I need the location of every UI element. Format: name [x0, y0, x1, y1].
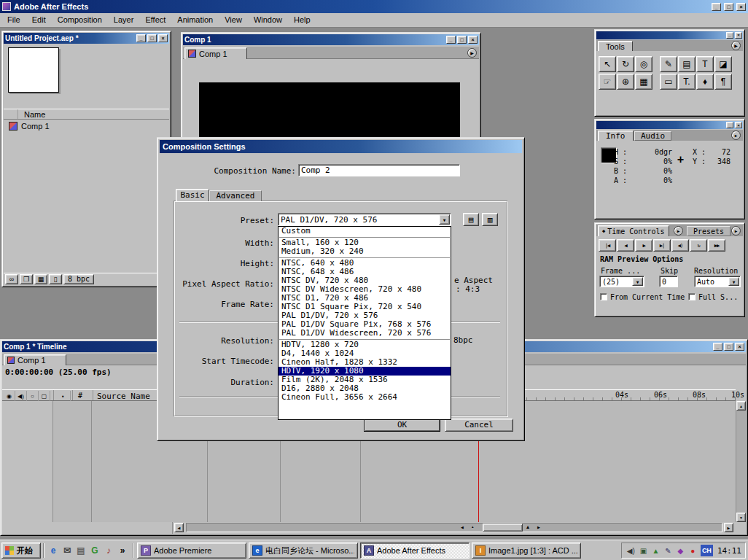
audio-column[interactable]: ◀) [15, 391, 27, 401]
vscroll-down-button[interactable]: ▼ [736, 513, 746, 522]
delete-preset-button[interactable]: ▥ [482, 213, 498, 226]
hscroll-right-button[interactable]: ▶ [724, 523, 733, 532]
trash-button[interactable]: ▯ [49, 274, 62, 284]
timeline-vscrollbar[interactable]: ▲ ▼ [736, 401, 746, 522]
task-button-adobe-premiere[interactable]: PAdobe Premiere [137, 542, 246, 559]
rotation-tool[interactable]: ↻ [617, 56, 634, 72]
menu-layer[interactable]: Layer [108, 13, 140, 27]
menu-file[interactable]: File [1, 13, 26, 27]
composition-name-input[interactable] [298, 164, 460, 176]
project-bpc[interactable]: 8 bpc [63, 274, 94, 284]
timeline-close-button[interactable]: × [735, 343, 744, 351]
app-minimize-button[interactable]: _ [712, 3, 721, 11]
menu-view[interactable]: View [219, 13, 248, 27]
interpret-footage-button[interactable]: ▦ [34, 274, 47, 284]
brush-tool[interactable]: ✎ [660, 56, 677, 72]
green-app-quicklaunch-button[interactable]: G [88, 543, 101, 558]
zoom-arrow-right-icon[interactable]: ▶ [537, 525, 540, 529]
preset-select[interactable]: PAL D1/DV, 720 x 576 ▼ [278, 213, 451, 226]
orbit-camera-tool[interactable]: ◎ [635, 56, 652, 72]
clone-stamp-tool[interactable]: ▤ [678, 56, 696, 72]
audio-button[interactable]: ◀) [671, 239, 689, 252]
dialog-titlebar[interactable]: Composition Settings [160, 140, 522, 153]
eraser-tool[interactable]: ◪ [714, 56, 732, 72]
paragraph-tool[interactable]: ¶ [714, 74, 732, 90]
play-button[interactable]: ▶ [635, 239, 652, 252]
hscroll-left-button[interactable]: ◀ [174, 523, 184, 532]
timeline-tab[interactable]: Comp 1 [4, 354, 66, 365]
zoom-in-icon[interactable]: ▴ [526, 524, 529, 530]
internet-explorer-quicklaunch-button[interactable]: e [47, 543, 60, 558]
project-name-column[interactable]: Name [18, 110, 45, 119]
start-button[interactable]: 开始 [1, 542, 41, 559]
project-close-button[interactable]: × [158, 34, 168, 42]
cancel-button[interactable]: Cancel [445, 419, 513, 432]
media-quicklaunch-button[interactable]: ♪ [102, 543, 115, 558]
pen-tool[interactable]: ♦ [696, 74, 714, 90]
preset-dropdown-icon[interactable]: ▼ [439, 214, 450, 225]
taskbar-clock[interactable]: 14:11 [717, 546, 741, 556]
scheduler-tray-icon[interactable]: ◆ [675, 547, 686, 555]
ok-button[interactable]: OK [364, 419, 440, 432]
menu-window[interactable]: Window [248, 13, 288, 27]
tools-menu-button[interactable]: ▶ [731, 41, 741, 50]
comp-menu-button[interactable]: ▶ [467, 48, 477, 58]
first-frame-button[interactable]: |◀ [599, 239, 616, 252]
from-current-time-checkbox[interactable] [600, 293, 607, 300]
resolution-select[interactable]: Auto ▼ [694, 276, 741, 287]
hscroll-track[interactable]: ◀ ▴ ▴ ▶ [186, 523, 722, 532]
source-name-column[interactable]: Source Name [97, 392, 150, 401]
ime-indicator[interactable]: CH [701, 545, 713, 556]
key-column[interactable]: ▪ [56, 391, 71, 401]
tab-audio[interactable]: Audio [634, 131, 671, 141]
selection-tool[interactable]: ↖ [599, 56, 616, 72]
tools-minimize-button[interactable]: _ [726, 32, 733, 39]
last-frame-button[interactable]: ▶| [653, 239, 671, 252]
hand-tool[interactable]: ☞ [599, 74, 616, 90]
project-name-header[interactable]: Name [4, 109, 169, 120]
info-menu-button[interactable]: ▶ [731, 131, 741, 140]
volume-tray-icon[interactable]: ◀) [626, 547, 636, 555]
mail-quicklaunch-button[interactable]: ✉ [61, 543, 74, 558]
save-preset-button[interactable]: ▤ [463, 213, 479, 226]
tab-advanced[interactable]: Advanced [209, 190, 262, 201]
app-maximize-button[interactable]: □ [724, 3, 733, 11]
resolution-dropdown-icon[interactable]: ▼ [728, 277, 739, 286]
comp-tab[interactable]: Comp 1 [184, 47, 247, 59]
tab-info[interactable]: Info [598, 131, 634, 141]
full-screen-checkbox[interactable] [688, 293, 696, 300]
frame-rate-select[interactable]: (25) ▼ [599, 276, 644, 287]
type-tool[interactable]: T [696, 56, 714, 72]
task-button-ie-forum[interactable]: e电白同乡论坛 - Microso... [249, 542, 358, 559]
mask-tool[interactable]: ▭ [660, 74, 677, 90]
app-close-button[interactable]: × [736, 3, 746, 11]
preset-option[interactable]: PAL D1/DV Widescreen, 720 x 576 [278, 329, 451, 338]
find-button[interactable]: ∞ [5, 274, 18, 284]
frame-rate-dropdown-icon[interactable]: ▼ [632, 277, 643, 286]
menu-effect[interactable]: Effect [139, 13, 171, 27]
info-titlebar[interactable]: _ × [596, 121, 743, 129]
zoom-slider-handle[interactable] [483, 524, 523, 532]
menu-help[interactable]: Help [288, 13, 316, 27]
vertical-type-tool[interactable]: T. [678, 74, 696, 90]
vscroll-up-button[interactable]: ▲ [736, 401, 746, 411]
loop-button[interactable]: ↻ [690, 239, 707, 252]
zoom-arrow-left-icon[interactable]: ◀ [461, 525, 464, 529]
comp-close-button[interactable]: × [468, 36, 478, 44]
video-column[interactable]: ◉ [4, 391, 15, 401]
timeline-maximize-button[interactable]: □ [724, 343, 733, 351]
time-controls-menu-button[interactable]: ▶ [674, 226, 683, 236]
graphics-tray-icon[interactable]: ▲ [650, 547, 661, 555]
new-folder-button[interactable]: ❒ [20, 274, 33, 284]
menu-animation[interactable]: Animation [171, 13, 219, 27]
info-close-button[interactable]: × [735, 122, 742, 128]
comp-minimize-button[interactable]: _ [446, 36, 456, 44]
skip-input[interactable] [659, 276, 678, 287]
tab-basic[interactable]: Basic [176, 189, 209, 201]
layer-number-column[interactable]: # [78, 392, 82, 400]
solo-column[interactable]: ○ [27, 391, 39, 401]
previous-frame-button[interactable]: ◀ [617, 239, 634, 252]
project-item-comp1[interactable]: Comp 1 [4, 120, 169, 132]
lock-column[interactable]: ▢ [39, 391, 50, 401]
preset-option[interactable]: Cineon Full, 3656 x 2664 [278, 393, 451, 402]
